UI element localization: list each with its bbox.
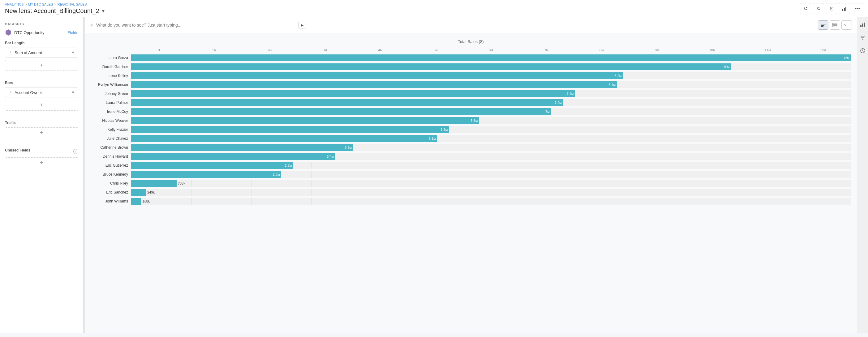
bar-row: Bruce Kennedy2.5м <box>91 170 851 178</box>
svg-line-19 <box>863 51 864 51</box>
right-clock-icon[interactable] <box>859 46 867 55</box>
bar-chart-view-button[interactable] <box>818 21 828 30</box>
bar-label: Chris Riley <box>91 181 131 186</box>
axis-label: 6м <box>463 48 519 52</box>
bars-label: Bars <box>5 81 78 85</box>
bookmark-button[interactable]: ⊡ <box>826 3 837 14</box>
svg-rect-2 <box>845 7 846 11</box>
breadcrumb-analytics[interactable]: ANALYTICS <box>5 2 24 6</box>
bar-value-outside: 168k <box>142 199 150 203</box>
chart-title: Total Sales ($) <box>91 39 851 44</box>
svg-text:>_: >_ <box>844 23 849 27</box>
svg-rect-1 <box>844 8 845 11</box>
fields-button[interactable]: Fields <box>67 30 78 35</box>
lens-dropdown-arrow[interactable]: ▼ <box>101 9 105 13</box>
search-sparkle-icon: ✳ <box>90 22 94 28</box>
bar-fill: 5.3м <box>131 126 449 133</box>
chart-area: Total Sales ($) 01м2м3м4м5м6м7м8м9м10м11… <box>85 33 857 333</box>
search-bar: ✳ ▶ <box>90 22 306 28</box>
axis-label: 12м <box>795 48 851 52</box>
bar-value-outside: 758k <box>177 181 185 185</box>
chart-button[interactable] <box>839 3 850 14</box>
dataset-name-text[interactable]: DTC Opportunity <box>14 30 44 35</box>
bar-fill: 3.4м <box>131 153 335 160</box>
datasets-label: Datasets <box>5 22 78 26</box>
bar-fill: 758k <box>131 180 177 187</box>
bar-label: John Williams <box>91 199 131 203</box>
bar-label: Julie Chavez <box>91 136 131 141</box>
svg-rect-4 <box>821 24 826 25</box>
breadcrumb-sep1: > <box>25 2 27 6</box>
bar-label: Evelyn Williamson <box>91 82 131 87</box>
bar-row: Irene Kelley8.2м <box>91 72 851 80</box>
sum-amount-chevron: ▼ <box>71 50 75 55</box>
bar-fill: 5.8м <box>131 117 479 124</box>
svg-marker-3 <box>6 29 11 36</box>
bar-row: Eric Sanchez249k <box>91 188 851 196</box>
trellis-section: Trellis + <box>5 121 78 143</box>
bar-row: Johnny Green7.4м <box>91 90 851 98</box>
add-bars-button[interactable]: + <box>5 100 78 111</box>
dataset-name: DTC Opportunity <box>5 29 44 36</box>
dataset-row: DTC Opportunity Fields <box>5 29 78 36</box>
add-trellis-button[interactable]: + <box>5 127 78 138</box>
main-layout: Datasets DTC Opportunity Fields Bar Leng… <box>0 17 868 333</box>
bar-row: Doroth Gardner10м <box>91 63 851 71</box>
bar-row: Eric Gutierrez2.7м <box>91 161 851 169</box>
dataset-icon <box>5 29 12 36</box>
bar-row: Chris Riley758k <box>91 179 851 188</box>
content-area: ✳ ▶ >_ Total Sales ($) 01м2м3м4м5м6м7м8м… <box>85 17 857 333</box>
bar-label: Johnny Green <box>91 92 131 96</box>
axis-label: 7м <box>519 48 574 52</box>
breadcrumb-sep2: > <box>54 2 56 6</box>
bar-row: Laura Garza12м <box>91 54 851 62</box>
more-button[interactable]: ••• <box>852 3 863 14</box>
sum-of-amount-select[interactable]: ⋮ Sum of Amount ▼ <box>5 47 78 58</box>
unused-fields-info-icon[interactable]: i <box>73 149 78 154</box>
breadcrumb-my-dtc[interactable]: MY DTC SALES <box>28 2 53 6</box>
code-view-button[interactable]: >_ <box>841 21 852 30</box>
bar-label: Catherine Brown <box>91 145 131 149</box>
add-unused-field-button[interactable]: + <box>5 157 78 168</box>
bar-label: Irene McCoy <box>91 109 131 114</box>
redo-button[interactable]: ↻ <box>813 3 824 14</box>
add-bar-length-button[interactable]: + <box>5 60 78 71</box>
right-sidebar <box>857 17 868 333</box>
account-owner-select[interactable]: ⋮ Account Owner ▼ <box>5 88 78 97</box>
lens-title-text: New lens: Account_BillingCount_2 <box>5 7 99 14</box>
bar-label: Doroth Gardner <box>91 65 131 69</box>
sidebar: Datasets DTC Opportunity Fields Bar Leng… <box>0 17 84 333</box>
axis-label: 10м <box>685 48 740 52</box>
bar-row: Catherine Brown3.7м <box>91 143 851 151</box>
svg-rect-8 <box>832 25 837 25</box>
bar-fill: 2.7м <box>131 162 293 169</box>
axis-label: 0 <box>131 48 187 52</box>
right-chart-icon[interactable] <box>859 21 867 29</box>
bar-row: John Williams168k <box>91 197 851 205</box>
breadcrumb-regional[interactable]: REGIONAL SALES <box>58 2 87 6</box>
bar-label: Bruce Kennedy <box>91 172 131 176</box>
bars-section: Bars ⋮ Account Owner ▼ + <box>5 81 78 115</box>
svg-rect-12 <box>862 24 863 27</box>
trellis-label: Trellis <box>5 121 78 125</box>
bar-fill: 249k <box>131 189 146 196</box>
bar-label: Irene Kelley <box>91 74 131 78</box>
svg-rect-0 <box>842 9 843 11</box>
table-view-button[interactable] <box>830 21 840 30</box>
search-input[interactable] <box>96 23 296 28</box>
bar-row: Evelyn Williamson8.1м <box>91 81 851 89</box>
undo-button[interactable]: ↺ <box>800 3 811 14</box>
svg-rect-9 <box>832 26 837 27</box>
view-toggles: >_ <box>818 21 852 30</box>
bar-length-section: Bar Length ⋮ Sum of Amount ▼ + <box>5 41 78 76</box>
right-filter-icon[interactable] <box>859 33 867 42</box>
bar-row: Irene McCoy7м <box>91 108 851 115</box>
drag-icon: ⋮ <box>8 50 13 55</box>
bar-label: Kelly Frazier <box>91 127 131 132</box>
chart-container: 01м2м3м4м5м6м7м8м9м10м11м12мLaura Garza1… <box>91 48 851 205</box>
lens-title: New lens: Account_BillingCount_2 ▼ <box>5 7 105 14</box>
bar-fill: 12м <box>131 55 851 61</box>
header: ANALYTICS > MY DTC SALES > REGIONAL SALE… <box>0 0 868 17</box>
play-button[interactable]: ▶ <box>298 22 306 28</box>
bar-fill: 8.1м <box>131 81 617 88</box>
